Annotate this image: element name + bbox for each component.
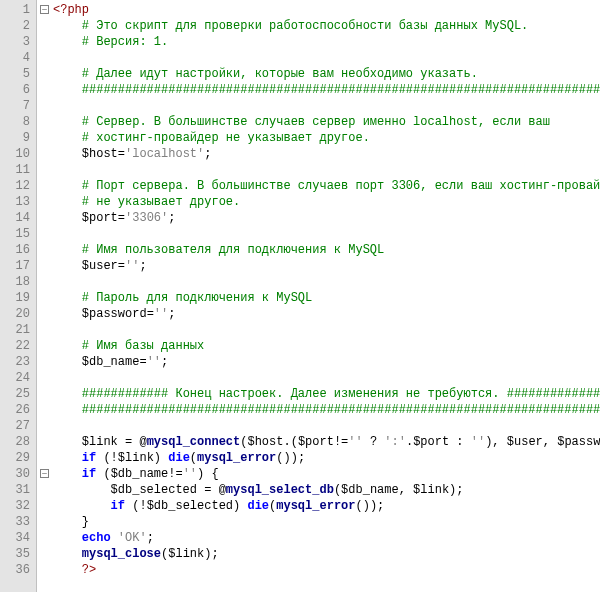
code-line: # Имя пользователя для подключения к MyS… xyxy=(41,242,600,258)
token: '' xyxy=(125,259,139,273)
line-number: 29 xyxy=(2,450,30,466)
token: , xyxy=(543,435,557,449)
token: ?> xyxy=(82,563,96,577)
token: die xyxy=(168,451,190,465)
line-number: 25 xyxy=(2,386,30,402)
code-line-content: $db_selected = @mysql_select_db($db_name… xyxy=(41,482,464,498)
code-line-content: $host='localhost'; xyxy=(41,146,211,162)
code-editor: 1234567891011121314151617181920212223242… xyxy=(0,0,600,592)
token: ( xyxy=(190,451,197,465)
token: # Это скрипт для проверки работоспособно… xyxy=(82,19,528,33)
token: ; xyxy=(204,147,211,161)
token: ; xyxy=(161,355,168,369)
token: != xyxy=(168,467,182,481)
line-number-gutter: 1234567891011121314151617181920212223242… xyxy=(0,0,37,592)
token: $user xyxy=(82,259,118,273)
code-line-content: $db_name=''; xyxy=(41,354,168,370)
token: $db_selected xyxy=(147,499,233,513)
line-number: 17 xyxy=(2,258,30,274)
token: = @ xyxy=(204,483,226,497)
code-line-content: echo 'OK'; xyxy=(41,530,154,546)
line-number: 5 xyxy=(2,66,30,82)
line-number: 16 xyxy=(2,242,30,258)
fold-toggle-icon[interactable] xyxy=(40,469,49,478)
code-line: ?> xyxy=(41,562,600,578)
line-number: 33 xyxy=(2,514,30,530)
token: != xyxy=(334,435,348,449)
code-line xyxy=(41,370,600,386)
code-line-content: $port='3306'; xyxy=(41,210,175,226)
code-line xyxy=(41,98,600,114)
code-line-content: # Имя пользователя для подключения к MyS… xyxy=(41,242,384,258)
token: ; xyxy=(168,307,175,321)
line-number: 10 xyxy=(2,146,30,162)
code-line: ########################################… xyxy=(41,82,600,98)
code-line: if ($db_name!='') { xyxy=(41,466,600,482)
code-line: ############ Конец настроек. Далее измен… xyxy=(41,386,600,402)
token: (! xyxy=(96,451,118,465)
line-number: 1 xyxy=(2,2,30,18)
code-line-content: ########################################… xyxy=(41,82,600,98)
token: $link xyxy=(82,435,125,449)
token: $password xyxy=(82,307,147,321)
token: = xyxy=(147,307,154,321)
code-line-content: # Пароль для подключения к MySQL xyxy=(41,290,312,306)
code-line-content: if (!$db_selected) die(mysql_error()); xyxy=(41,498,384,514)
token: ':' xyxy=(384,435,406,449)
token: $db_name xyxy=(341,483,399,497)
code-line: $password=''; xyxy=(41,306,600,322)
token: ############ Конец настроек. Далее измен… xyxy=(82,387,600,401)
token: '' xyxy=(147,355,161,369)
code-line: if (!$db_selected) die(mysql_error()); xyxy=(41,498,600,514)
fold-toggle-icon[interactable] xyxy=(40,5,49,14)
token: ); xyxy=(204,547,218,561)
code-line-content: # Имя базы данных xyxy=(41,338,204,354)
token: ; xyxy=(168,211,175,225)
line-number: 4 xyxy=(2,50,30,66)
line-number: 19 xyxy=(2,290,30,306)
token: ()); xyxy=(355,499,384,513)
code-line: # хостинг-провайдер не указывает другое. xyxy=(41,130,600,146)
line-number: 12 xyxy=(2,178,30,194)
token: $link xyxy=(168,547,204,561)
token: # Порт сервера. В большинстве случаев по… xyxy=(82,179,600,193)
line-number: 9 xyxy=(2,130,30,146)
line-number: 21 xyxy=(2,322,30,338)
line-number: 35 xyxy=(2,546,30,562)
code-line-content: if (!$link) die(mysql_error()); xyxy=(41,450,305,466)
code-line: # Порт сервера. В большинстве случаев по… xyxy=(41,178,600,194)
code-line-content: # Далее идут настройки, которые вам необ… xyxy=(41,66,478,82)
token: ; xyxy=(147,531,154,545)
token xyxy=(111,531,118,545)
token: = @ xyxy=(125,435,147,449)
token: ) { xyxy=(197,467,219,481)
code-line-content: ############ Конец настроек. Далее измен… xyxy=(41,386,600,402)
line-number: 30 xyxy=(2,466,30,482)
code-line-content: # Версия: 1. xyxy=(41,34,168,50)
code-line xyxy=(41,226,600,242)
code-line: # Имя базы данных xyxy=(41,338,600,354)
code-line-content: if ($db_name!='') { xyxy=(41,466,219,482)
code-line: ########################################… xyxy=(41,402,600,418)
line-number: 24 xyxy=(2,370,30,386)
token: .( xyxy=(283,435,297,449)
token: # Версия: 1. xyxy=(82,35,168,49)
token: $db_name xyxy=(111,467,169,481)
code-area[interactable]: <?php # Это скрипт для проверки работосп… xyxy=(37,0,600,592)
code-line-content: $link = @mysql_connect($host.($port!='' … xyxy=(41,434,600,450)
token: 'OK' xyxy=(118,531,147,545)
token: $user xyxy=(507,435,543,449)
token: } xyxy=(82,515,89,529)
line-number: 23 xyxy=(2,354,30,370)
line-number: 20 xyxy=(2,306,30,322)
code-line-content: # не указывает другое. xyxy=(41,194,240,210)
token: ? xyxy=(363,435,385,449)
code-line: # Далее идут настройки, которые вам необ… xyxy=(41,66,600,82)
code-line xyxy=(41,274,600,290)
code-line-content: # Это скрипт для проверки работоспособно… xyxy=(41,18,528,34)
token: '' xyxy=(348,435,362,449)
token: mysql_error xyxy=(197,451,276,465)
line-number: 32 xyxy=(2,498,30,514)
token: '' xyxy=(183,467,197,481)
code-line-content: # хостинг-провайдер не указывает другое. xyxy=(41,130,370,146)
